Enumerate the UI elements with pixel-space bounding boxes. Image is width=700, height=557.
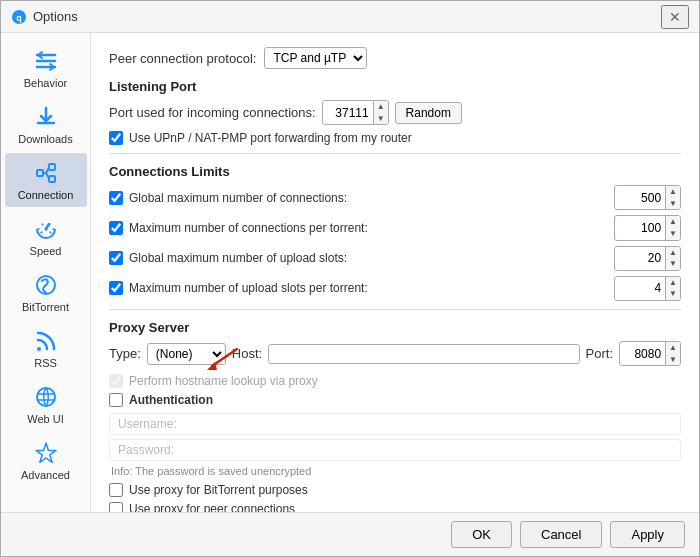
sidebar-rss-label: RSS xyxy=(34,357,57,369)
max-conn-torrent-checkbox[interactable] xyxy=(109,221,123,235)
sidebar-item-rss[interactable]: RSS xyxy=(5,321,87,375)
upload-slots-torrent-up-btn[interactable]: ▲ xyxy=(666,277,680,289)
connection-icon xyxy=(34,161,58,185)
global-max-conn-row: Global maximum number of connections: ▲ … xyxy=(109,185,681,210)
proxy-server-section: Proxy Server Type: (None) SOCKS4 SOCKS5 … xyxy=(109,320,681,512)
proxy-port-down-btn[interactable]: ▼ xyxy=(666,354,680,366)
authentication-label: Authentication xyxy=(129,393,213,407)
titlebar: q Options ✕ xyxy=(1,1,699,33)
upload-slots-torrent-checkbox[interactable] xyxy=(109,281,123,295)
svg-rect-4 xyxy=(49,176,55,182)
proxy-heading: Proxy Server xyxy=(109,320,681,335)
upload-slots-torrent-spinner[interactable]: ▲ ▼ xyxy=(614,276,681,301)
proxy-type-select[interactable]: (None) SOCKS4 SOCKS5 HTTP xyxy=(147,343,226,365)
global-max-conn-spin-buttons: ▲ ▼ xyxy=(665,186,680,209)
speed-icon xyxy=(34,217,58,241)
sidebar-item-downloads[interactable]: Downloads xyxy=(5,97,87,151)
upnp-checkbox[interactable] xyxy=(109,131,123,145)
port-down-btn[interactable]: ▼ xyxy=(374,113,388,125)
sidebar: Behavior Downloads Connection xyxy=(1,33,91,512)
use-proxy-peer-checkbox[interactable] xyxy=(109,502,123,512)
max-conn-torrent-up-btn[interactable]: ▲ xyxy=(666,216,680,228)
port-input[interactable] xyxy=(323,104,373,122)
sidebar-item-webui[interactable]: Web UI xyxy=(5,377,87,431)
hostname-lookup-checkbox xyxy=(109,374,123,388)
titlebar-left: q Options xyxy=(11,9,78,25)
global-max-conn-up-btn[interactable]: ▲ xyxy=(666,186,680,198)
max-conn-torrent-row: Maximum number of connections per torren… xyxy=(109,215,681,240)
port-spin-buttons: ▲ ▼ xyxy=(373,101,388,124)
global-upload-slots-down-btn[interactable]: ▼ xyxy=(666,258,680,270)
global-upload-slots-up-btn[interactable]: ▲ xyxy=(666,247,680,259)
close-button[interactable]: ✕ xyxy=(661,5,689,29)
sidebar-item-speed[interactable]: Speed xyxy=(5,209,87,263)
proxy-type-label: Type: xyxy=(109,346,141,361)
app-icon: q xyxy=(11,9,27,25)
svg-point-7 xyxy=(37,347,41,351)
global-upload-slots-row: Global maximum number of upload slots: ▲… xyxy=(109,246,681,271)
svg-rect-3 xyxy=(49,164,55,170)
sidebar-webui-label: Web UI xyxy=(27,413,63,425)
proxy-port-input[interactable] xyxy=(620,345,665,363)
sidebar-downloads-label: Downloads xyxy=(18,133,72,145)
upload-slots-torrent-down-btn[interactable]: ▼ xyxy=(666,288,680,300)
behavior-icon xyxy=(34,49,58,73)
max-conn-torrent-spinner[interactable]: ▲ ▼ xyxy=(614,215,681,240)
proxy-port-spin-buttons: ▲ ▼ xyxy=(665,342,680,365)
global-max-conn-spinner[interactable]: ▲ ▼ xyxy=(614,185,681,210)
use-proxy-peer-label: Use proxy for peer connections xyxy=(129,502,295,512)
upnp-row: Use UPnP / NAT-PMP port forwarding from … xyxy=(109,131,681,145)
global-max-conn-label: Global maximum number of connections: xyxy=(129,191,608,205)
proxy-port-up-btn[interactable]: ▲ xyxy=(666,342,680,354)
password-input xyxy=(109,439,681,461)
global-max-conn-down-btn[interactable]: ▼ xyxy=(666,198,680,210)
random-button[interactable]: Random xyxy=(395,102,462,124)
connections-heading: Connections Limits xyxy=(109,164,681,179)
max-conn-torrent-down-btn[interactable]: ▼ xyxy=(666,228,680,240)
downloads-icon xyxy=(34,105,58,129)
authentication-row: Authentication xyxy=(109,393,681,407)
sidebar-item-bittorrent[interactable]: BitTorrent xyxy=(5,265,87,319)
use-proxy-bittorrent-checkbox[interactable] xyxy=(109,483,123,497)
sidebar-item-connection[interactable]: Connection xyxy=(5,153,87,207)
proxy-host-label: Host: xyxy=(232,346,262,361)
svg-point-5 xyxy=(44,228,47,231)
protocol-row: Peer connection protocol: TCP and µTP TC… xyxy=(109,47,681,69)
global-upload-slots-spinner[interactable]: ▲ ▼ xyxy=(614,246,681,271)
bottom-bar: OK Cancel Apply xyxy=(1,512,699,556)
sidebar-connection-label: Connection xyxy=(18,189,74,201)
global-max-conn-checkbox[interactable] xyxy=(109,191,123,205)
upnp-label: Use UPnP / NAT-PMP port forwarding from … xyxy=(129,131,412,145)
port-spinner[interactable]: ▲ ▼ xyxy=(322,100,389,125)
svg-text:q: q xyxy=(16,13,22,23)
cancel-button[interactable]: Cancel xyxy=(520,521,602,548)
proxy-port-spinner[interactable]: ▲ ▼ xyxy=(619,341,681,366)
options-window: q Options ✕ Behavior Downloads xyxy=(0,0,700,557)
upload-slots-torrent-input[interactable] xyxy=(615,279,665,297)
upload-slots-torrent-label: Maximum number of upload slots per torre… xyxy=(129,281,608,295)
sidebar-item-behavior[interactable]: Behavior xyxy=(5,41,87,95)
svg-point-8 xyxy=(37,388,55,406)
sidebar-bittorrent-label: BitTorrent xyxy=(22,301,69,313)
sidebar-behavior-label: Behavior xyxy=(24,77,67,89)
global-upload-slots-spin-buttons: ▲ ▼ xyxy=(665,247,680,270)
max-conn-torrent-label: Maximum number of connections per torren… xyxy=(129,221,608,235)
apply-button[interactable]: Apply xyxy=(610,521,685,548)
max-conn-torrent-spin-buttons: ▲ ▼ xyxy=(665,216,680,239)
sidebar-item-advanced[interactable]: Advanced xyxy=(5,433,87,487)
global-max-conn-input[interactable] xyxy=(615,189,665,207)
protocol-select[interactable]: TCP and µTP TCP µTP xyxy=(264,47,367,69)
max-conn-torrent-input[interactable] xyxy=(615,219,665,237)
use-proxy-bittorrent-label: Use proxy for BitTorrent purposes xyxy=(129,483,308,497)
global-upload-slots-input[interactable] xyxy=(615,249,665,267)
upload-slots-torrent-row: Maximum number of upload slots per torre… xyxy=(109,276,681,301)
bittorrent-icon xyxy=(34,273,58,297)
proxy-host-input[interactable] xyxy=(268,344,579,364)
ok-button[interactable]: OK xyxy=(451,521,512,548)
hostname-lookup-row: Perform hostname lookup via proxy xyxy=(109,374,681,388)
global-upload-slots-checkbox[interactable] xyxy=(109,251,123,265)
advanced-icon xyxy=(34,441,58,465)
authentication-checkbox[interactable] xyxy=(109,393,123,407)
port-up-btn[interactable]: ▲ xyxy=(374,101,388,113)
protocol-label: Peer connection protocol: xyxy=(109,51,256,66)
